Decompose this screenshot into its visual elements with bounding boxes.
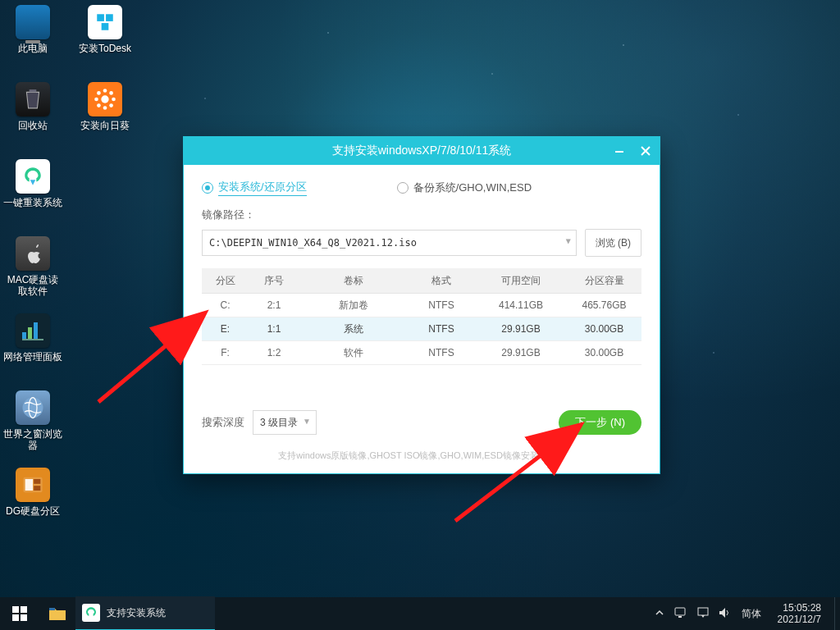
sunflower-label: 安装向日葵 [80, 120, 130, 131]
svg-rect-3 [30, 89, 37, 92]
chevron-down-icon: ▼ [303, 417, 311, 426]
taskbar: 支持安装系统 简体 15:05:28 2021/12/7 [0, 597, 840, 630]
partition-table: 分区 序号 卷标 格式 可用空间 分区容量 C: 2:1 新加卷 NTFS 41 [202, 268, 641, 365]
close-button[interactable] [637, 142, 655, 160]
globe-icon [16, 390, 50, 425]
net-panel-icon[interactable]: 网络管理面板 [2, 312, 64, 382]
table-row-selected[interactable]: E: 1:1 系统 NTFS 29.91GB 30.00GB [202, 317, 641, 341]
svg-point-5 [103, 89, 107, 93]
image-path-value: C:\DEEPIN_WIN10_X64_Q8_V2021.12.iso [209, 237, 417, 249]
svg-point-10 [109, 91, 113, 95]
tab-install-label: 安装系统/还原分区 [218, 180, 307, 196]
svg-point-17 [23, 398, 43, 418]
windows-logo-icon [12, 606, 27, 621]
th-volume: 卷标 [299, 268, 408, 294]
svg-rect-29 [698, 608, 708, 615]
window-titlebar[interactable]: 支持安装windowsXP/7/8/10/11系统 [184, 137, 660, 165]
svg-point-6 [103, 106, 107, 110]
mode-tabs: 安装系统/还原分区 备份系统/GHO,WIN,ESD [202, 180, 641, 196]
svg-rect-22 [34, 486, 40, 491]
show-desktop-button[interactable] [834, 597, 840, 630]
world-browser-label: 世界之窗浏览器 [3, 428, 62, 451]
th-index: 序号 [249, 268, 299, 294]
todesk-icon[interactable]: 安装ToDesk [74, 3, 136, 74]
installer-window: 支持安装windowsXP/7/8/10/11系统 安装系统/还原分区 备份系统 [183, 136, 660, 474]
table-row[interactable]: C: 2:1 新加卷 NTFS 414.11GB 465.76GB [202, 294, 641, 317]
file-explorer-button[interactable] [39, 597, 75, 630]
search-depth-value: 3 级目录 [260, 416, 298, 430]
svg-rect-13 [22, 332, 26, 339]
volume-icon[interactable] [719, 607, 732, 621]
table-row[interactable]: F: 1:2 软件 NTFS 29.91GB 30.00GB [202, 341, 641, 365]
tab-backup[interactable]: 备份系统/GHO,WIN,ESD [397, 180, 532, 196]
clock[interactable]: 15:05:28 2021/12/7 [771, 602, 828, 625]
start-button[interactable] [0, 597, 39, 630]
window-title: 支持安装windowsXP/7/8/10/11系统 [332, 144, 512, 158]
reinstall-icon[interactable]: 一键重装系统 [2, 158, 64, 228]
this-pc-label: 此电脑 [18, 43, 48, 54]
svg-rect-2 [102, 23, 109, 30]
svg-point-11 [97, 103, 101, 107]
image-path-input[interactable]: C:\DEEPIN_WIN10_X64_Q8_V2021.12.iso ▼ [202, 230, 577, 256]
svg-point-4 [101, 95, 108, 103]
next-label: 下一步 (N) [575, 415, 625, 430]
image-path-label: 镜像路径： [202, 208, 641, 222]
disk-genius-icon [16, 468, 50, 502]
sunflower-icon[interactable]: 安装向日葵 [74, 80, 136, 151]
dg-partition-label: DG硬盘分区 [6, 505, 60, 517]
this-pc-icon[interactable]: 此电脑 [2, 3, 64, 74]
mac-read-icon[interactable]: MAC硬盘读取软件 [2, 235, 64, 305]
dropdown-icon[interactable]: ▼ [566, 236, 571, 245]
todesk-logo-icon [88, 5, 122, 39]
bars-icon [16, 313, 50, 348]
recycle-label: 回收站 [18, 120, 48, 131]
svg-rect-14 [28, 327, 32, 339]
minimize-button[interactable] [610, 142, 628, 160]
world-browser-icon[interactable]: 世界之窗浏览器 [2, 389, 64, 459]
svg-point-8 [112, 98, 116, 102]
ime-indicator[interactable]: 简体 [742, 607, 761, 621]
svg-rect-21 [34, 479, 40, 484]
th-drive: 分区 [202, 268, 249, 294]
svg-rect-1 [106, 14, 113, 21]
monitor-icon [16, 5, 50, 39]
radio-on-icon [202, 182, 213, 194]
search-depth-label: 搜索深度 [202, 415, 244, 430]
tray-chevron-icon[interactable] [655, 607, 664, 620]
tab-install[interactable]: 安装系统/还原分区 [202, 180, 307, 196]
svg-point-7 [94, 98, 98, 102]
action-center-icon[interactable] [697, 607, 709, 621]
svg-rect-15 [34, 322, 38, 339]
th-format: 格式 [408, 268, 475, 294]
network-icon[interactable] [674, 607, 687, 621]
trash-icon [16, 82, 50, 116]
svg-rect-26 [49, 608, 55, 610]
browse-button[interactable]: 浏览 (B) [585, 229, 641, 257]
recycle-bin-icon[interactable]: 回收站 [2, 80, 64, 151]
task-installer[interactable]: 支持安装系统 [75, 596, 215, 630]
task-installer-label: 支持安装系统 [107, 606, 166, 620]
svg-rect-23 [615, 151, 623, 153]
browse-label: 浏览 (B) [596, 236, 631, 250]
svg-rect-28 [678, 616, 682, 618]
todesk-label: 安装ToDesk [79, 43, 131, 54]
clock-time: 15:05:28 [783, 602, 821, 614]
search-depth-select[interactable]: 3 级目录 ▼ [253, 410, 317, 435]
reinstall-label: 一键重装系统 [3, 197, 62, 208]
window-content: 安装系统/还原分区 备份系统/GHO,WIN,ESD 镜像路径： C:\DEEP… [184, 165, 660, 473]
system-tray: 简体 15:05:28 2021/12/7 [648, 597, 834, 630]
tab-backup-label: 备份系统/GHO,WIN,ESD [413, 180, 532, 195]
desktop-icon-grid: 此电脑 安装ToDesk 回收站 安装向日葵 一键重装系统 [2, 3, 136, 536]
radio-off-icon [397, 182, 409, 194]
svg-rect-20 [25, 479, 33, 491]
svg-rect-16 [22, 339, 43, 340]
svg-rect-27 [675, 608, 685, 615]
reinstall-logo-icon [16, 159, 50, 194]
task-installer-icon [82, 604, 100, 622]
svg-point-9 [97, 91, 101, 95]
sunflower-logo-icon [88, 82, 122, 116]
dg-partition-icon[interactable]: DG硬盘分区 [2, 466, 64, 536]
svg-rect-0 [97, 14, 104, 21]
next-button[interactable]: 下一步 (N) [559, 410, 641, 435]
net-panel-label: 网络管理面板 [3, 351, 62, 363]
